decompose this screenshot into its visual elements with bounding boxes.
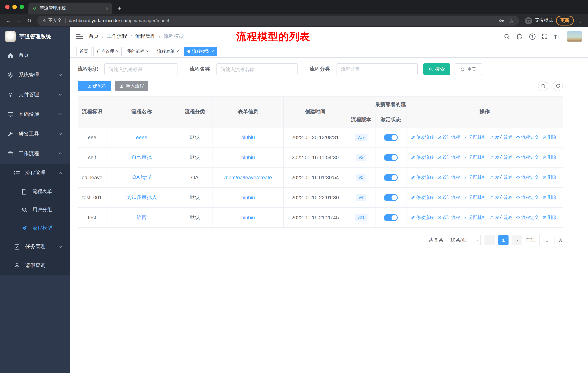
model-name-link[interactable]: 滔博 xyxy=(136,214,147,220)
search-button[interactable]: 搜索 xyxy=(423,63,450,75)
action-assign-rule[interactable]: 分配规则 xyxy=(463,194,486,201)
fullscreen-button[interactable] xyxy=(542,33,547,39)
action-design-process[interactable]: 设计流程 xyxy=(437,174,460,181)
bookmark-star-icon[interactable]: ☆ xyxy=(509,17,514,24)
tag-process-form[interactable]: 流程表单 × xyxy=(154,47,182,56)
action-design-process[interactable]: 设计流程 xyxy=(437,134,460,141)
action-design-process[interactable]: 设计流程 xyxy=(437,214,460,221)
tag-tenant-management[interactable]: 租户管理 × xyxy=(93,47,122,56)
tag-close-icon[interactable]: × xyxy=(116,49,118,53)
action-edit-process[interactable]: 修改流程 xyxy=(411,134,434,141)
breadcrumb-home[interactable]: 首页 xyxy=(89,33,99,40)
sidebar-item-process-management[interactable]: 流程管理 xyxy=(0,163,70,182)
next-page-button[interactable]: › xyxy=(512,235,522,245)
model-name-link[interactable]: 自己审批 xyxy=(131,154,152,160)
reload-button[interactable]: ↻ xyxy=(24,17,34,24)
action-process-definition[interactable]: 流程定义 xyxy=(516,194,539,201)
action-publish-process[interactable]: 发布流程 xyxy=(490,154,513,161)
tag-home[interactable]: 首页 xyxy=(76,47,92,56)
tag-process-model[interactable]: 流程模型 × xyxy=(184,47,217,56)
import-process-button[interactable]: 导入流程 xyxy=(115,81,148,91)
refresh-table-button[interactable] xyxy=(553,81,563,91)
action-delete[interactable]: 删除 xyxy=(542,154,556,161)
action-publish-process[interactable]: 发布流程 xyxy=(490,214,513,221)
action-delete[interactable]: 删除 xyxy=(542,174,556,181)
font-size-button[interactable]: TT xyxy=(554,34,559,39)
action-assign-rule[interactable]: 分配规则 xyxy=(463,154,486,161)
site-info-button[interactable]: ⚠ 不安全 xyxy=(42,18,62,24)
window-minimize-button[interactable] xyxy=(12,5,17,9)
sidebar-item-devtools[interactable]: 研发工具 xyxy=(0,124,70,144)
password-manager-icon[interactable] xyxy=(499,18,504,23)
github-button[interactable] xyxy=(516,33,523,40)
goto-page-input[interactable] xyxy=(539,235,555,245)
window-close-button[interactable] xyxy=(5,5,10,9)
model-name-link[interactable]: eeee xyxy=(136,134,147,140)
page-size-select[interactable]: 10条/页 xyxy=(447,235,481,245)
action-publish-process[interactable]: 发布流程 xyxy=(490,194,513,201)
form-info-link[interactable]: /bpm/oa/leave/create xyxy=(224,174,272,180)
action-delete[interactable]: 删除 xyxy=(542,194,556,201)
new-tab-button[interactable]: + xyxy=(117,5,121,12)
sidebar-item-user-group[interactable]: 用户分组 xyxy=(0,201,70,219)
sidebar-item-leave-query[interactable]: 请假查询 xyxy=(0,256,70,275)
browser-tab[interactable]: 芋道管理系统 × xyxy=(28,2,112,14)
active-toggle[interactable] xyxy=(384,134,398,141)
form-info-link[interactable]: biubiu xyxy=(241,134,255,140)
form-info-link[interactable]: biubiu xyxy=(241,194,255,200)
sidebar-item-payment-management[interactable]: ¥ 支付管理 xyxy=(0,85,70,105)
tag-close-icon[interactable]: × xyxy=(146,49,149,53)
sidebar-item-infrastructure[interactable]: 基础设施 xyxy=(0,105,70,124)
window-zoom-button[interactable] xyxy=(20,5,24,9)
page-1-button[interactable]: 1 xyxy=(498,235,509,245)
header-search-button[interactable] xyxy=(504,33,510,40)
process-id-input[interactable] xyxy=(104,63,178,75)
action-process-definition[interactable]: 流程定义 xyxy=(516,134,539,141)
action-publish-process[interactable]: 发布流程 xyxy=(490,134,513,141)
process-category-select[interactable]: 流程分类 xyxy=(336,63,418,75)
tab-close-button[interactable]: × xyxy=(106,6,109,11)
active-toggle[interactable] xyxy=(384,214,398,221)
active-toggle[interactable] xyxy=(384,194,398,201)
model-name-link[interactable]: 测试多审批人 xyxy=(126,194,157,200)
active-toggle[interactable] xyxy=(384,154,398,161)
process-name-input[interactable] xyxy=(216,63,298,75)
prev-page-button[interactable]: ‹ xyxy=(484,235,495,245)
form-info-link[interactable]: biubiu xyxy=(241,154,255,160)
sidebar-item-process-form[interactable]: 流程表单 xyxy=(0,182,70,201)
model-name-link[interactable]: OA 请假 xyxy=(132,174,151,180)
action-assign-rule[interactable]: 分配规则 xyxy=(463,174,486,181)
reset-button[interactable]: 重置 xyxy=(455,63,482,75)
address-bar[interactable]: ⚠ 不安全 dashboard.yudao.iocoder.cn /bpm/ma… xyxy=(37,15,519,26)
avatar[interactable] xyxy=(567,31,582,42)
tag-close-icon[interactable]: × xyxy=(177,49,179,53)
action-delete[interactable]: 删除 xyxy=(542,134,556,141)
action-publish-process[interactable]: 发布流程 xyxy=(490,174,513,181)
browser-menu-button[interactable]: ⋮ xyxy=(578,17,583,24)
sidebar-item-home[interactable]: 首页 xyxy=(0,46,70,65)
action-design-process[interactable]: 设计流程 xyxy=(437,154,460,161)
tag-close-icon[interactable]: × xyxy=(211,49,214,53)
action-edit-process[interactable]: 修改流程 xyxy=(411,194,434,201)
form-info-link[interactable]: biubiu xyxy=(241,214,255,220)
action-assign-rule[interactable]: 分配规则 xyxy=(463,214,486,221)
breadcrumb-process-management[interactable]: 流程管理 xyxy=(135,33,156,40)
back-button[interactable]: ← xyxy=(4,18,14,24)
active-toggle[interactable] xyxy=(384,174,398,181)
action-assign-rule[interactable]: 分配规则 xyxy=(463,134,486,141)
action-delete[interactable]: 删除 xyxy=(542,214,556,221)
toggle-search-button[interactable] xyxy=(538,81,548,91)
action-edit-process[interactable]: 修改流程 xyxy=(411,154,434,161)
sidebar-item-task-management[interactable]: 任务管理 xyxy=(0,237,70,256)
create-process-button[interactable]: 新建流程 xyxy=(78,81,111,91)
action-process-definition[interactable]: 流程定义 xyxy=(516,174,539,181)
action-process-definition[interactable]: 流程定义 xyxy=(516,214,539,221)
breadcrumb-workflow[interactable]: 工作流程 xyxy=(107,33,127,40)
forward-button[interactable]: → xyxy=(14,18,24,24)
action-design-process[interactable]: 设计流程 xyxy=(437,194,460,201)
sidebar-item-workflow[interactable]: 工作流程 xyxy=(0,144,70,163)
action-edit-process[interactable]: 修改流程 xyxy=(411,174,434,181)
tag-my-process[interactable]: 我的流程 × xyxy=(124,47,152,56)
action-edit-process[interactable]: 修改流程 xyxy=(411,214,434,221)
action-process-definition[interactable]: 流程定义 xyxy=(516,154,539,161)
